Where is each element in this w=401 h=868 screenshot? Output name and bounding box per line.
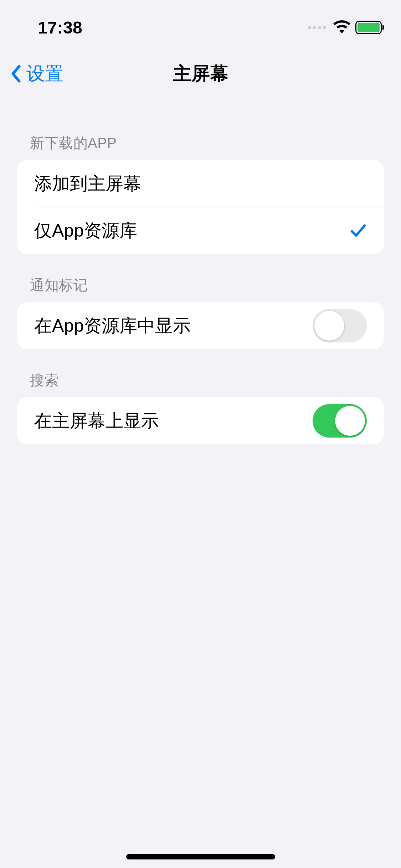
badges-group: 在App资源库中显示 (17, 302, 384, 349)
navigation-bar: 设置 主屏幕 (0, 50, 401, 98)
option-app-library-only[interactable]: 仅App资源库 (17, 207, 384, 254)
cellular-signal-icon (308, 26, 326, 29)
wifi-icon (333, 20, 350, 35)
option-add-to-home[interactable]: 添加到主屏幕 (17, 160, 384, 207)
home-indicator[interactable] (126, 854, 275, 859)
section-header-search: 搜索 (17, 349, 384, 397)
option-label: 仅App资源库 (34, 219, 137, 243)
section-header-new-apps: 新下载的APP (17, 98, 384, 160)
content: 新下载的APP 添加到主屏幕 仅App资源库 通知标记 在App资源库中显示 搜… (0, 98, 401, 444)
show-in-app-library-switch[interactable] (313, 309, 367, 342)
row-label: 在App资源库中显示 (34, 314, 191, 338)
battery-icon (355, 21, 384, 34)
checkmark-icon (350, 222, 367, 239)
show-in-app-library-row: 在App资源库中显示 (17, 302, 384, 349)
new-apps-group: 添加到主屏幕 仅App资源库 (17, 160, 384, 254)
status-time: 17:38 (38, 18, 82, 37)
show-on-home-row: 在主屏幕上显示 (17, 397, 384, 444)
back-button[interactable]: 设置 (9, 61, 63, 86)
option-label: 添加到主屏幕 (34, 172, 141, 196)
back-label: 设置 (26, 61, 63, 86)
row-label: 在主屏幕上显示 (34, 409, 159, 433)
search-group: 在主屏幕上显示 (17, 397, 384, 444)
status-bar: 17:38 (0, 0, 401, 50)
show-on-home-switch[interactable] (313, 404, 367, 438)
status-indicators (308, 20, 384, 35)
chevron-left-icon (9, 64, 23, 83)
section-header-badges: 通知标记 (17, 254, 384, 302)
page-title: 主屏幕 (173, 61, 228, 86)
